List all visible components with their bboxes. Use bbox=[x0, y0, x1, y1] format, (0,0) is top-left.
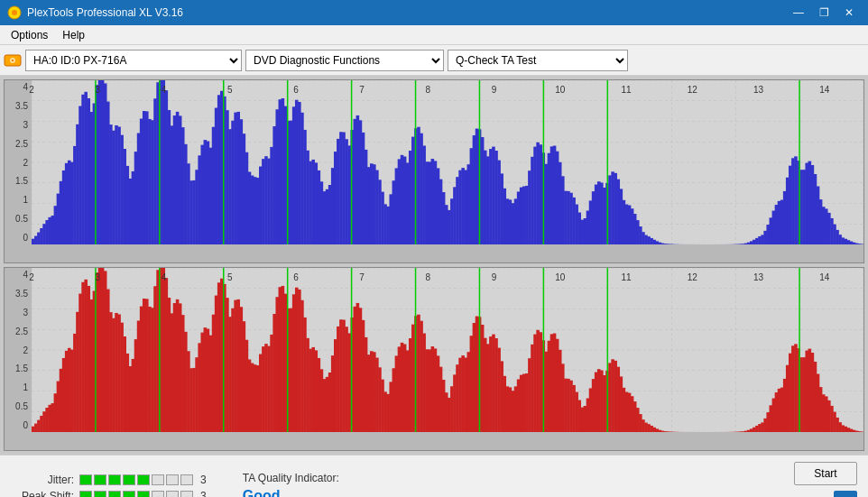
jitter-seg-8 bbox=[180, 474, 193, 485]
jitter-seg-6 bbox=[152, 474, 164, 485]
menu-bar: Options Help bbox=[0, 25, 868, 45]
bottom-chart-y-axis: 4 3.5 3 2.5 2 1.5 1 0.5 0 bbox=[5, 268, 32, 432]
title-bar-left: PlexTools Professional XL V3.16 bbox=[7, 5, 183, 20]
x-label-3: 3 bbox=[95, 85, 100, 95]
action-buttons: Start i bbox=[794, 462, 857, 497]
x-label-7: 7 bbox=[359, 272, 365, 282]
x-label-6: 6 bbox=[293, 85, 299, 95]
peak-shift-meter bbox=[79, 491, 193, 497]
x-label-5: 5 bbox=[227, 272, 233, 282]
drive-select[interactable]: HA:0 ID:0 PX-716A bbox=[25, 50, 242, 71]
bottom-chart-canvas bbox=[32, 268, 863, 432]
peak-shift-label: Peak Shift: bbox=[11, 490, 74, 497]
top-chart-inner bbox=[32, 80, 863, 244]
x-label-2: 2 bbox=[29, 272, 34, 282]
title-bar-controls: — ❐ ✕ bbox=[787, 4, 861, 22]
top-chart-canvas bbox=[32, 80, 863, 244]
bottom-panel: Jitter: 3 Peak Shift: bbox=[0, 455, 868, 497]
jitter-label: Jitter: bbox=[11, 474, 74, 486]
ta-quality-value: Good bbox=[243, 488, 281, 497]
bottom-chart-inner bbox=[32, 268, 863, 432]
jitter-seg-3 bbox=[108, 474, 121, 485]
jitter-seg-4 bbox=[123, 474, 135, 485]
x-label-13: 13 bbox=[753, 85, 763, 95]
ps-seg-6 bbox=[152, 491, 164, 497]
x-label-10: 10 bbox=[555, 85, 565, 95]
jitter-seg-1 bbox=[79, 474, 92, 485]
app-icon bbox=[7, 5, 22, 20]
metrics-section: Jitter: 3 Peak Shift: bbox=[11, 474, 207, 497]
start-button[interactable]: Start bbox=[794, 462, 857, 485]
window-title: PlexTools Professional XL V3.16 bbox=[27, 6, 183, 19]
ps-seg-4 bbox=[123, 491, 135, 497]
top-chart-x-axis: 23456789101112131415 bbox=[32, 80, 864, 98]
x-label-14: 14 bbox=[819, 272, 829, 282]
x-label-4: 4 bbox=[162, 272, 167, 282]
bottom-chart: 4 3.5 3 2.5 2 1.5 1 0.5 0 23456789101112… bbox=[4, 267, 864, 451]
menu-options[interactable]: Options bbox=[4, 27, 55, 43]
jitter-seg-2 bbox=[94, 474, 106, 485]
svg-point-1 bbox=[12, 10, 17, 15]
jitter-meter bbox=[79, 474, 193, 485]
restore-button[interactable]: ❐ bbox=[812, 4, 836, 22]
cd-drive-icon bbox=[4, 51, 22, 69]
x-label-13: 13 bbox=[753, 272, 763, 282]
svg-point-4 bbox=[12, 60, 14, 61]
minimize-button[interactable]: — bbox=[787, 4, 810, 22]
x-label-5: 5 bbox=[227, 85, 233, 95]
title-bar: PlexTools Professional XL V3.16 — ❐ ✕ bbox=[0, 0, 868, 25]
x-label-9: 9 bbox=[492, 85, 497, 95]
x-label-14: 14 bbox=[819, 85, 829, 95]
bottom-chart-x-axis: 23456789101112131415 bbox=[32, 268, 864, 286]
top-chart-y-axis: 4 3.5 3 2.5 2 1.5 1 0.5 0 bbox=[5, 80, 32, 244]
x-label-3: 3 bbox=[95, 272, 100, 282]
jitter-seg-7 bbox=[166, 474, 179, 485]
x-label-7: 7 bbox=[359, 85, 365, 95]
peak-shift-row: Peak Shift: 3 bbox=[11, 490, 207, 497]
ta-quality-label: TA Quality Indicator: bbox=[243, 472, 339, 484]
x-label-11: 11 bbox=[622, 272, 632, 282]
charts-area: 4 3.5 3 2.5 2 1.5 1 0.5 0 23456789101112… bbox=[0, 76, 868, 455]
jitter-row: Jitter: 3 bbox=[11, 474, 207, 486]
x-label-12: 12 bbox=[688, 272, 697, 282]
ta-quality-section: TA Quality Indicator: Good bbox=[243, 472, 339, 497]
x-label-12: 12 bbox=[688, 85, 697, 95]
ps-seg-1 bbox=[79, 491, 92, 497]
x-label-8: 8 bbox=[426, 85, 431, 95]
close-button[interactable]: ✕ bbox=[837, 4, 861, 22]
toolbar: HA:0 ID:0 PX-716A DVD Diagnostic Functio… bbox=[0, 45, 868, 76]
x-label-10: 10 bbox=[555, 272, 565, 282]
x-label-11: 11 bbox=[622, 85, 632, 95]
jitter-value: 3 bbox=[200, 474, 207, 486]
x-label-2: 2 bbox=[29, 85, 34, 95]
x-label-6: 6 bbox=[293, 272, 299, 282]
ps-seg-2 bbox=[94, 491, 106, 497]
top-chart: 4 3.5 3 2.5 2 1.5 1 0.5 0 23456789101112… bbox=[4, 79, 864, 263]
function-select[interactable]: DVD Diagnostic Functions bbox=[245, 50, 444, 71]
jitter-seg-5 bbox=[137, 474, 150, 485]
x-label-9: 9 bbox=[492, 272, 497, 282]
menu-help[interactable]: Help bbox=[55, 27, 92, 43]
test-select[interactable]: Q-Check TA Test bbox=[448, 50, 628, 71]
device-selector-group: HA:0 ID:0 PX-716A bbox=[4, 50, 242, 71]
x-label-4: 4 bbox=[162, 85, 167, 95]
ps-seg-3 bbox=[108, 491, 121, 497]
ps-seg-7 bbox=[166, 491, 179, 497]
info-button[interactable]: i bbox=[834, 491, 857, 497]
ps-seg-5 bbox=[137, 491, 150, 497]
peak-shift-value: 3 bbox=[200, 490, 207, 497]
ps-seg-8 bbox=[180, 491, 193, 497]
x-label-8: 8 bbox=[426, 272, 431, 282]
